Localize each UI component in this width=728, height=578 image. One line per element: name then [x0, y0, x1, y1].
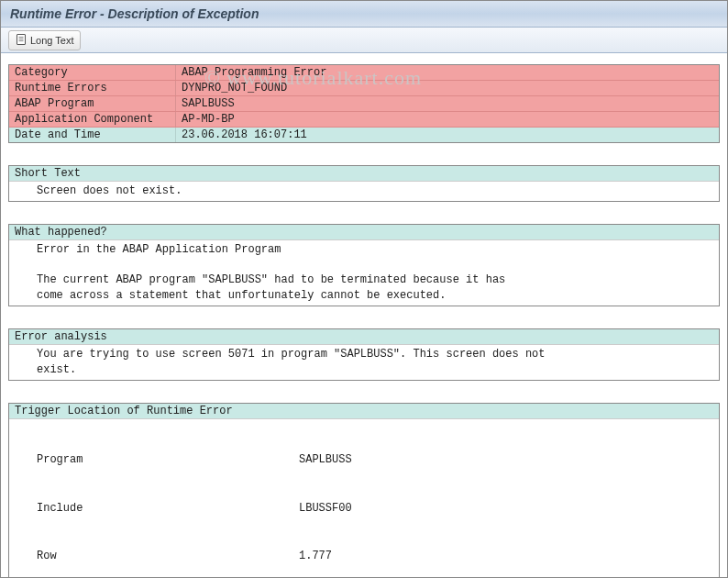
what-happened-header: What happened? — [9, 225, 719, 240]
trigger-label: Program — [15, 452, 299, 468]
trigger-location-header: Trigger Location of Runtime Error — [9, 404, 719, 419]
abap-program-value: SAPLBUSS — [176, 96, 719, 111]
runtime-errors-label: Runtime Errors — [9, 81, 176, 95]
trigger-label: Row — [15, 549, 299, 564]
trigger-row-program: Program SAPLBUSS — [15, 451, 713, 469]
date-time-row: Date and Time 23.06.2018 16:07:11 — [9, 128, 719, 142]
application-component-row: Application Component AP-MD-BP — [9, 112, 719, 128]
application-component-value: AP-MD-BP — [176, 112, 719, 127]
error-analysis-header: Error analysis — [9, 329, 719, 345]
page-title: Runtime Error - Description of Exception — [10, 6, 259, 21]
short-text-block: Short Text Screen does not exist. — [8, 165, 720, 202]
date-time-label: Date and Time — [9, 128, 176, 142]
date-time-value: 23.06.2018 16:07:11 — [176, 128, 719, 142]
runtime-errors-value: DYNPRO_NOT_FOUND — [176, 81, 719, 95]
page-title-bar: Runtime Error - Description of Exception — [1, 1, 727, 28]
application-component-label: Application Component — [9, 112, 176, 127]
trigger-row-row: Row 1.777 — [15, 548, 713, 565]
category-value: ABAP Programming Error — [176, 65, 719, 80]
short-text-header: Short Text — [9, 166, 719, 182]
long-text-button[interactable]: Long Text — [8, 30, 81, 50]
content-area: © www.tutorialkart.com Category ABAP Pro… — [1, 53, 727, 578]
what-happened-block: What happened? Error in the ABAP Applica… — [8, 224, 720, 306]
category-label: Category — [9, 65, 176, 80]
category-row: Category ABAP Programming Error — [9, 65, 719, 81]
trigger-value: LBUSSF00 — [299, 501, 713, 517]
error-analysis-block: Error analysis You are trying to use scr… — [8, 328, 720, 381]
trigger-row-include: Include LBUSSF00 — [15, 500, 713, 517]
trigger-value: SAPLBUSS — [299, 452, 713, 468]
toolbar: Long Text — [1, 28, 727, 53]
abap-program-label: ABAP Program — [9, 96, 176, 111]
what-happened-body: Error in the ABAP Application Program Th… — [9, 240, 719, 306]
trigger-location-block: Trigger Location of Runtime Error Progra… — [8, 403, 720, 578]
error-analysis-body: You are trying to use screen 5071 in pro… — [9, 345, 719, 380]
category-table: Category ABAP Programming Error Runtime … — [8, 64, 720, 143]
long-text-label: Long Text — [30, 35, 74, 46]
trigger-location-body: Program SAPLBUSS Include LBUSSF00 Row 1.… — [9, 419, 719, 578]
document-icon — [15, 33, 28, 48]
trigger-label: Include — [15, 501, 299, 517]
short-text-body: Screen does not exist. — [9, 182, 719, 201]
trigger-value: 1.777 — [299, 549, 713, 564]
abap-program-row: ABAP Program SAPLBUSS — [9, 96, 719, 112]
runtime-errors-row: Runtime Errors DYNPRO_NOT_FOUND — [9, 81, 719, 96]
